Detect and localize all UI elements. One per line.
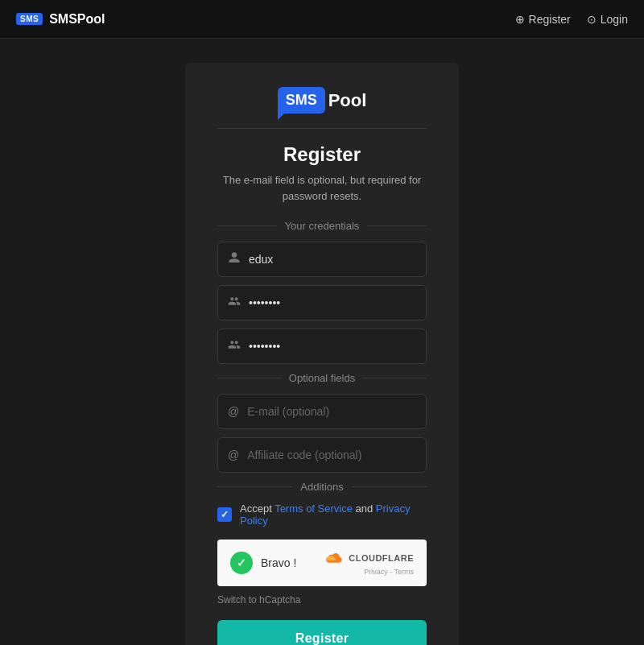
form-subtitle: The e-mail field is optional, but requir…: [217, 172, 427, 204]
affiliate-input[interactable]: [247, 449, 416, 461]
captcha-check-icon: ✓: [230, 552, 253, 574]
username-input[interactable]: [249, 253, 416, 266]
affiliate-icon: @: [228, 449, 239, 461]
captcha-left: ✓ Bravo !: [230, 552, 296, 574]
confirm-password-icon: [228, 338, 241, 354]
terms-checkbox[interactable]: ✓: [217, 507, 232, 522]
navbar-actions: ⊕ Register ⊙ Login: [515, 13, 628, 26]
optional-section-label: Optional fields: [217, 372, 427, 384]
password-input-group: [217, 285, 427, 320]
cloudflare-cloud-icon: [320, 550, 345, 566]
terms-of-service-link[interactable]: Terms of Service: [275, 502, 353, 515]
captcha-bravo-text: Bravo !: [261, 556, 296, 569]
email-input[interactable]: [247, 405, 416, 418]
sms-badge: SMS: [16, 13, 43, 25]
email-input-group: @: [217, 394, 427, 429]
captcha-right: CLOUDFLARE Privacy - Terms: [320, 550, 414, 576]
confirm-password-input[interactable]: [249, 340, 416, 353]
register-nav-label: Register: [529, 13, 571, 26]
captcha-box[interactable]: ✓ Bravo ! CLOUDFLARE Privacy - Terms: [217, 540, 427, 586]
navbar: SMS SMSPool ⊕ Register ⊙ Login: [0, 0, 644, 39]
logo-area: SMS Pool: [217, 87, 427, 114]
user-icon: [228, 251, 241, 267]
confirm-password-input-group: [217, 329, 427, 364]
email-icon: @: [228, 405, 239, 418]
logo-pool: Pool: [328, 90, 367, 111]
login-nav-link[interactable]: ⊙ Login: [587, 13, 628, 26]
password-input[interactable]: [249, 296, 416, 309]
captcha-privacy-text: Privacy - Terms: [364, 568, 414, 576]
terms-label: Accept Terms of Service and Privacy Poli…: [240, 502, 427, 527]
additions-section-label: Additions: [217, 481, 427, 493]
logo-sms: SMS: [278, 87, 325, 114]
main-content: SMS Pool Register The e-mail field is op…: [0, 39, 644, 645]
cloudflare-logo: CLOUDFLARE: [320, 550, 414, 566]
logo-bubble: SMS Pool: [278, 87, 367, 114]
credentials-section-label: Your credentials: [217, 220, 427, 232]
additions-section: Additions ✓ Accept Terms of Service and …: [217, 481, 427, 645]
brand-name: SMSPool: [49, 12, 105, 27]
login-nav-icon: ⊙: [587, 13, 597, 26]
register-button[interactable]: Register: [217, 620, 427, 645]
cloudflare-text: CLOUDFLARE: [349, 553, 414, 563]
checkmark-icon: ✓: [221, 509, 229, 520]
username-input-group: [217, 242, 427, 277]
password-icon: [228, 295, 241, 311]
logo-divider: [217, 128, 427, 129]
switch-captcha-link[interactable]: Switch to hCaptcha: [217, 594, 427, 606]
brand-logo: SMS SMSPool: [16, 12, 105, 27]
form-title: Register: [217, 143, 427, 166]
register-nav-icon: ⊕: [515, 13, 525, 26]
register-nav-link[interactable]: ⊕ Register: [515, 13, 571, 26]
register-card: SMS Pool Register The e-mail field is op…: [185, 63, 459, 645]
affiliate-input-group: @: [217, 437, 427, 473]
login-nav-label: Login: [601, 13, 628, 26]
terms-checkbox-row: ✓ Accept Terms of Service and Privacy Po…: [217, 502, 427, 527]
